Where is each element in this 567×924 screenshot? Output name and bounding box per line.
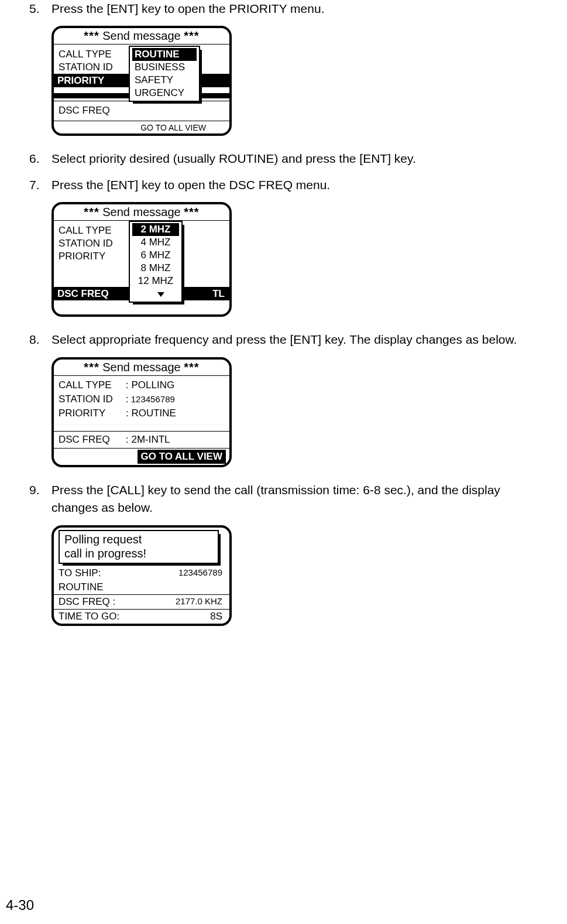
k: ROUTINE [59,581,104,593]
v: 2177.0 KHZ [176,596,222,608]
popup-2mhz: 2 MHZ [132,223,179,236]
v: 123456789 [178,567,222,579]
label-dscfreq-selected: DSC FREQ [54,288,109,299]
screen-priority: *** Send message *** CALL TYPE STATION I… [51,26,544,136]
v-prefix: : [126,392,129,406]
footer-goto: GO TO ALL VIEW [54,121,229,134]
step-text: Press the [CALL] key to send the call (t… [51,481,544,517]
polling-line1: Polling request [64,532,213,546]
page-number: 4-30 [6,897,34,913]
label-station-id: STATION ID [59,237,113,250]
stars: *** [184,361,199,374]
v: 8S [210,611,222,622]
step-text: Press the [ENT] key to open the PRIORITY… [51,0,544,18]
label-col: CALL TYPE STATION ID [59,48,113,74]
k: DSC FREQ : [59,596,115,608]
step-7: 7. Press the [ENT] key to open the DSC F… [29,176,544,194]
step-num: 9. [29,481,51,517]
polling-header: Polling request call in progress! [59,530,219,564]
freq-popup: 2 MHZ 4 MHZ 6 MHZ 8 MHZ 12 MHZ [129,221,183,303]
k: CALL TYPE [59,378,126,392]
step-num: 5. [29,0,51,18]
step-text: Press the [ENT] key to open the DSC FREQ… [51,176,544,194]
popup-12mhz: 12 MHZ [132,275,179,288]
title-text: Send message [102,206,180,218]
row-priority: PRIORITY : ROUTINE [54,406,229,420]
row-station-id: STATION ID : 123456789 [54,392,229,406]
stars: *** [84,361,99,374]
priority-popup: ROUTINE BUSINESS SAFETY URGENCY [129,46,200,102]
popup-routine: ROUTINE [132,48,197,61]
screen-title: *** Send message *** [54,360,229,376]
screen-polling: Polling request call in progress! TO SHI… [51,525,544,626]
stars: *** [84,206,99,218]
label-tl: TL [212,287,225,300]
row-dsc-freq: DSC FREQ : 2177.0 KHZ [54,595,229,609]
step-9: 9. Press the [CALL] key to send the call… [29,481,544,517]
screen-title: *** Send message *** [54,28,229,45]
step-5: 5. Press the [ENT] key to open the PRIOR… [29,0,544,18]
chevron-down-icon [157,292,164,297]
step-num: 7. [29,176,51,194]
step-text: Select appropriate frequency and press t… [51,331,544,348]
stars: *** [84,29,99,42]
label-call-type: CALL TYPE [59,48,113,61]
footer-goto-selected: GO TO ALL VIEW [138,450,226,464]
popup-6mhz: 6 MHZ [132,249,179,262]
screen-title: *** Send message *** [54,204,229,221]
screen-dscfreq: *** Send message *** CALL TYPE STATION I… [51,202,544,317]
k: PRIORITY [59,406,126,420]
popup-urgency: URGENCY [132,87,197,100]
title-text: Send message [102,361,180,374]
row-call-type: CALL TYPE : POLLING [54,378,229,392]
popup-safety: SAFETY [132,74,197,87]
row-dsc-freq: DSC FREQ : 2M-INTL [54,432,229,448]
polling-line2: call in progress! [64,546,213,560]
label-station-id: STATION ID [59,61,113,74]
label-priority-selected: PRIORITY [54,75,104,86]
k: TIME TO GO: [59,611,119,622]
title-text: Send message [102,29,180,42]
label-call-type: CALL TYPE [59,224,113,237]
v: : POLLING [126,378,174,392]
k: STATION ID [59,392,126,406]
k: TO SHIP: [59,567,101,579]
v: : 2M-INTL [126,433,170,447]
label-col: CALL TYPE STATION ID PRIORITY [59,224,113,263]
stars: *** [184,206,199,218]
popup-8mhz: 8 MHZ [132,262,179,275]
row-time: TIME TO GO: 8S [54,610,229,624]
step-num: 6. [29,150,51,167]
label-priority: PRIORITY [59,250,113,263]
popup-business: BUSINESS [132,61,197,74]
v: : ROUTINE [126,406,176,420]
step-text: Select priority desired (usually ROUTINE… [51,150,544,167]
k: DSC FREQ [59,433,126,447]
step-8: 8. Select appropriate frequency and pres… [29,331,544,348]
step-6: 6. Select priority desired (usually ROUT… [29,150,544,167]
step-num: 8. [29,331,51,348]
v: 123456789 [131,392,175,406]
popup-4mhz: 4 MHZ [132,236,179,249]
stars: *** [184,29,199,42]
screen-summary: *** Send message *** CALL TYPE : POLLING… [51,357,544,467]
label-dsc-freq: DSC FREQ [59,105,110,117]
row-to-ship: TO SHIP: 123456789 [54,566,229,580]
row-routine: ROUTINE [54,580,229,594]
